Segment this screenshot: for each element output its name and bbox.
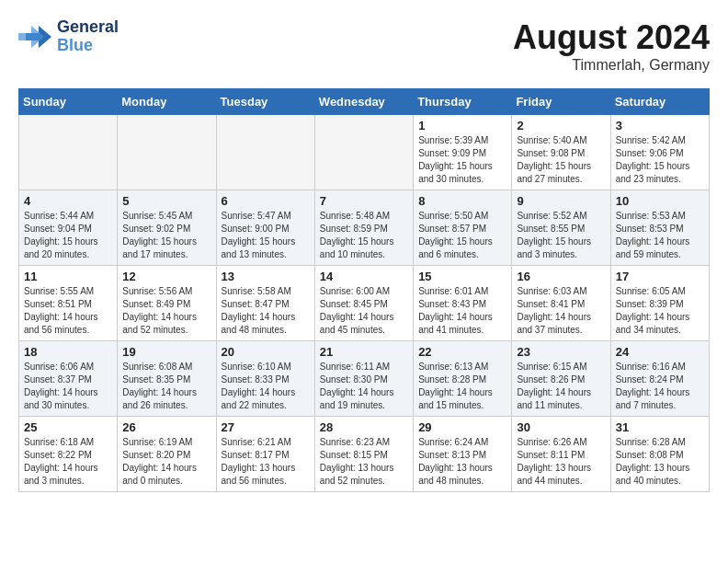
calendar-cell: 22Sunrise: 6:13 AM Sunset: 8:28 PM Dayli… bbox=[414, 341, 512, 417]
day-number: 19 bbox=[122, 345, 210, 359]
header-row: SundayMondayTuesdayWednesdayThursdayFrid… bbox=[19, 89, 710, 115]
calendar-table: SundayMondayTuesdayWednesdayThursdayFrid… bbox=[18, 88, 710, 492]
day-number: 7 bbox=[320, 194, 408, 208]
day-number: 27 bbox=[222, 420, 310, 434]
calendar-cell: 11Sunrise: 5:55 AM Sunset: 8:51 PM Dayli… bbox=[19, 266, 118, 341]
day-info: Sunrise: 6:05 AM Sunset: 8:39 PM Dayligh… bbox=[616, 285, 704, 337]
calendar-cell: 13Sunrise: 5:58 AM Sunset: 8:47 PM Dayli… bbox=[216, 266, 314, 341]
day-info: Sunrise: 5:58 AM Sunset: 8:47 PM Dayligh… bbox=[222, 285, 310, 337]
day-info: Sunrise: 5:52 AM Sunset: 8:55 PM Dayligh… bbox=[517, 210, 605, 261]
day-number: 23 bbox=[517, 345, 605, 359]
header-tuesday: Tuesday bbox=[216, 89, 314, 115]
page-header: General Blue August 2024 Timmerlah, Germ… bbox=[18, 18, 710, 74]
header-sunday: Sunday bbox=[19, 89, 118, 115]
header-monday: Monday bbox=[118, 89, 216, 115]
calendar-cell bbox=[314, 115, 413, 190]
calendar-cell bbox=[19, 115, 118, 190]
day-info: Sunrise: 5:47 AM Sunset: 9:00 PM Dayligh… bbox=[222, 210, 310, 261]
calendar-cell: 4Sunrise: 5:44 AM Sunset: 9:04 PM Daylig… bbox=[19, 190, 118, 266]
title-block: August 2024 Timmerlah, Germany bbox=[513, 18, 710, 74]
logo-line1: General bbox=[57, 18, 119, 37]
calendar-cell: 29Sunrise: 6:24 AM Sunset: 8:13 PM Dayli… bbox=[414, 417, 512, 492]
header-wednesday: Wednesday bbox=[314, 89, 413, 115]
day-number: 11 bbox=[24, 270, 112, 283]
calendar-cell: 8Sunrise: 5:50 AM Sunset: 8:57 PM Daylig… bbox=[414, 190, 512, 266]
calendar-cell: 27Sunrise: 6:21 AM Sunset: 8:17 PM Dayli… bbox=[216, 417, 314, 492]
day-number: 4 bbox=[24, 194, 112, 208]
day-number: 10 bbox=[616, 194, 704, 208]
day-number: 20 bbox=[222, 345, 310, 359]
day-info: Sunrise: 5:53 AM Sunset: 8:53 PM Dayligh… bbox=[616, 210, 704, 261]
header-saturday: Saturday bbox=[610, 89, 709, 115]
day-info: Sunrise: 6:24 AM Sunset: 8:13 PM Dayligh… bbox=[418, 436, 506, 488]
day-info: Sunrise: 6:10 AM Sunset: 8:33 PM Dayligh… bbox=[222, 361, 310, 412]
calendar-week: 18Sunrise: 6:06 AM Sunset: 8:37 PM Dayli… bbox=[19, 341, 710, 417]
day-info: Sunrise: 5:45 AM Sunset: 9:02 PM Dayligh… bbox=[122, 210, 210, 261]
calendar-week: 1Sunrise: 5:39 AM Sunset: 9:09 PM Daylig… bbox=[19, 115, 710, 190]
day-number: 29 bbox=[418, 420, 506, 434]
day-number: 9 bbox=[517, 194, 605, 208]
day-info: Sunrise: 6:26 AM Sunset: 8:11 PM Dayligh… bbox=[517, 436, 605, 488]
calendar-cell: 20Sunrise: 6:10 AM Sunset: 8:33 PM Dayli… bbox=[216, 341, 314, 417]
day-number: 21 bbox=[320, 345, 408, 359]
calendar-cell: 31Sunrise: 6:28 AM Sunset: 8:08 PM Dayli… bbox=[610, 417, 709, 492]
calendar-cell: 10Sunrise: 5:53 AM Sunset: 8:53 PM Dayli… bbox=[610, 190, 709, 266]
day-number: 24 bbox=[616, 345, 704, 359]
day-number: 2 bbox=[517, 119, 605, 132]
day-number: 15 bbox=[418, 270, 506, 283]
day-info: Sunrise: 5:55 AM Sunset: 8:51 PM Dayligh… bbox=[24, 285, 112, 337]
day-number: 28 bbox=[320, 420, 408, 434]
calendar-cell: 21Sunrise: 6:11 AM Sunset: 8:30 PM Dayli… bbox=[314, 341, 413, 417]
day-number: 26 bbox=[122, 420, 210, 434]
calendar-cell: 30Sunrise: 6:26 AM Sunset: 8:11 PM Dayli… bbox=[512, 417, 610, 492]
calendar-week: 11Sunrise: 5:55 AM Sunset: 8:51 PM Dayli… bbox=[19, 266, 710, 341]
day-info: Sunrise: 6:19 AM Sunset: 8:20 PM Dayligh… bbox=[122, 436, 210, 488]
month-year: August 2024 bbox=[513, 18, 710, 57]
day-info: Sunrise: 6:16 AM Sunset: 8:24 PM Dayligh… bbox=[616, 361, 704, 412]
day-info: Sunrise: 5:44 AM Sunset: 9:04 PM Dayligh… bbox=[24, 210, 112, 261]
day-number: 8 bbox=[418, 194, 506, 208]
day-number: 6 bbox=[222, 194, 310, 208]
day-info: Sunrise: 5:56 AM Sunset: 8:49 PM Dayligh… bbox=[122, 285, 210, 337]
day-info: Sunrise: 6:23 AM Sunset: 8:15 PM Dayligh… bbox=[320, 436, 408, 488]
calendar-cell: 25Sunrise: 6:18 AM Sunset: 8:22 PM Dayli… bbox=[19, 417, 118, 492]
calendar-cell: 7Sunrise: 5:48 AM Sunset: 8:59 PM Daylig… bbox=[314, 190, 413, 266]
calendar-cell: 14Sunrise: 6:00 AM Sunset: 8:45 PM Dayli… bbox=[314, 266, 413, 341]
logo: General Blue bbox=[18, 18, 119, 55]
calendar-cell bbox=[216, 115, 314, 190]
calendar-cell bbox=[118, 115, 216, 190]
day-info: Sunrise: 5:42 AM Sunset: 9:06 PM Dayligh… bbox=[616, 134, 704, 186]
calendar-cell: 18Sunrise: 6:06 AM Sunset: 8:37 PM Dayli… bbox=[19, 341, 118, 417]
calendar-week: 25Sunrise: 6:18 AM Sunset: 8:22 PM Dayli… bbox=[19, 417, 710, 492]
day-number: 25 bbox=[24, 420, 112, 434]
day-info: Sunrise: 6:11 AM Sunset: 8:30 PM Dayligh… bbox=[320, 361, 408, 412]
day-info: Sunrise: 6:06 AM Sunset: 8:37 PM Dayligh… bbox=[24, 361, 112, 412]
calendar-cell: 23Sunrise: 6:15 AM Sunset: 8:26 PM Dayli… bbox=[512, 341, 610, 417]
calendar-week: 4Sunrise: 5:44 AM Sunset: 9:04 PM Daylig… bbox=[19, 190, 710, 266]
day-number: 3 bbox=[616, 119, 704, 132]
calendar-cell: 17Sunrise: 6:05 AM Sunset: 8:39 PM Dayli… bbox=[610, 266, 709, 341]
day-number: 1 bbox=[418, 119, 506, 132]
day-number: 12 bbox=[122, 270, 210, 283]
day-number: 17 bbox=[616, 270, 704, 283]
day-number: 31 bbox=[616, 420, 704, 434]
day-number: 5 bbox=[122, 194, 210, 208]
day-info: Sunrise: 6:18 AM Sunset: 8:22 PM Dayligh… bbox=[24, 436, 112, 488]
day-info: Sunrise: 5:48 AM Sunset: 8:59 PM Dayligh… bbox=[320, 210, 408, 261]
calendar-cell: 16Sunrise: 6:03 AM Sunset: 8:41 PM Dayli… bbox=[512, 266, 610, 341]
calendar-cell: 19Sunrise: 6:08 AM Sunset: 8:35 PM Dayli… bbox=[118, 341, 216, 417]
calendar-cell: 6Sunrise: 5:47 AM Sunset: 9:00 PM Daylig… bbox=[216, 190, 314, 266]
day-info: Sunrise: 6:28 AM Sunset: 8:08 PM Dayligh… bbox=[616, 436, 704, 488]
day-info: Sunrise: 6:21 AM Sunset: 8:17 PM Dayligh… bbox=[222, 436, 310, 488]
calendar-cell: 1Sunrise: 5:39 AM Sunset: 9:09 PM Daylig… bbox=[414, 115, 512, 190]
logo-text: General Blue bbox=[57, 18, 119, 55]
header-thursday: Thursday bbox=[414, 89, 512, 115]
day-info: Sunrise: 6:15 AM Sunset: 8:26 PM Dayligh… bbox=[517, 361, 605, 412]
day-info: Sunrise: 6:01 AM Sunset: 8:43 PM Dayligh… bbox=[418, 285, 506, 337]
location: Timmerlah, Germany bbox=[513, 57, 710, 74]
day-number: 30 bbox=[517, 420, 605, 434]
logo-line2: Blue bbox=[57, 36, 93, 54]
calendar-cell: 12Sunrise: 5:56 AM Sunset: 8:49 PM Dayli… bbox=[118, 266, 216, 341]
day-info: Sunrise: 6:00 AM Sunset: 8:45 PM Dayligh… bbox=[320, 285, 408, 337]
calendar-cell: 9Sunrise: 5:52 AM Sunset: 8:55 PM Daylig… bbox=[512, 190, 610, 266]
